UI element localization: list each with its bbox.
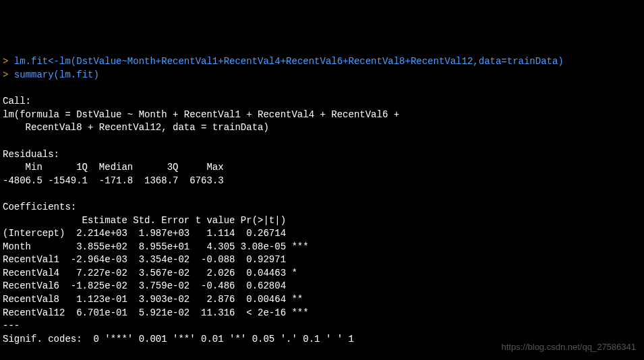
call-formula-2: RecentVal8 + RecentVal12, data = trainDa… [3,122,269,133]
coef-month: Month 3.855e+02 8.955e+01 4.305 3.08e-05… [3,241,309,252]
coef-recentval12: RecentVal12 6.701e-01 5.921e-02 11.316 <… [3,307,309,318]
console-output: > lm.fit<-lm(DstValue~Month+RecentVal1+R… [3,55,641,360]
prompt-1: > [3,56,14,67]
coefficients-label: Coefficients: [3,202,76,212]
residuals-values: -4806.5 -1549.1 -171.8 1368.7 6763.3 [3,175,229,186]
call-formula-1: lm(formula = DstValue ~ Month + RecentVa… [3,109,405,120]
coef-recentval1: RecentVal1 -2.964e-03 3.354e-02 -0.088 0… [3,254,309,265]
residuals-label: Residuals: [3,149,59,160]
call-label: Call: [3,96,31,107]
signif-codes: Signif. codes: 0 '***' 0.001 '**' 0.01 '… [3,334,354,344]
prompt-2: > [3,69,14,80]
command-lm-fit: lm.fit<-lm(DstValue~Month+RecentVal1+Rec… [14,56,564,67]
coef-recentval6: RecentVal6 -1.825e-02 3.759e-02 -0.486 0… [3,280,309,291]
separator: --- [3,320,20,331]
coef-recentval8: RecentVal8 1.123e-01 3.903e-02 2.876 0.0… [3,294,309,305]
command-summary: summary(lm.fit) [14,69,99,80]
watermark-url: https://blog.csdn.net/qq_27586341 [502,341,637,353]
coefficients-header: Estimate Std. Error t value Pr(>|t|) [3,215,309,226]
residuals-header: Min 1Q Median 3Q Max [3,162,229,173]
coef-intercept: (Intercept) 2.214e+03 1.987e+03 1.114 0.… [3,228,309,239]
coef-recentval4: RecentVal4 7.227e-02 3.567e-02 2.026 0.0… [3,268,309,278]
